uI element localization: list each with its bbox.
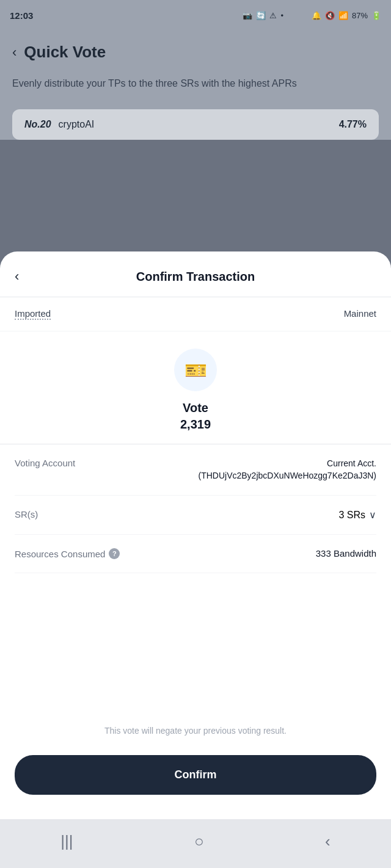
sr-label: SR(s): [15, 509, 38, 519]
confirm-transaction-sheet: ‹ Confirm Transaction Imported Mainnet 🎫…: [0, 251, 391, 868]
voting-account-label: Voting Account: [15, 458, 75, 468]
sr-chevron-icon: ∨: [369, 509, 376, 521]
wallet-label: Imported: [15, 308, 51, 320]
vote-label: Vote: [183, 401, 208, 415]
sr-value[interactable]: 3 SRs ∨: [338, 509, 376, 521]
resources-value: 333 Bandwidth: [316, 548, 376, 559]
warning-text: This vote will negate your previous voti…: [0, 726, 391, 745]
voting-account-row: Voting Account Current Acct.(THDUjVc2By2…: [15, 444, 376, 496]
help-icon[interactable]: ?: [109, 548, 120, 559]
sheet-back-button[interactable]: ‹: [15, 269, 19, 284]
background-page: ‹ Quick Vote Evenly distribute your TPs …: [0, 31, 391, 140]
vote-icon: 🎫: [185, 360, 207, 381]
sheet-header: ‹ Confirm Transaction: [0, 251, 391, 297]
resources-label: Resources Consumed ?: [15, 548, 120, 559]
bg-page-title: Quick Vote: [24, 43, 106, 62]
network-label: Mainnet: [344, 308, 376, 319]
sheet-title: Confirm Transaction: [136, 270, 255, 284]
sr-row[interactable]: SR(s) 3 SRs ∨: [15, 496, 376, 535]
nav-home-icon[interactable]: ○: [194, 832, 204, 851]
details-section: Voting Account Current Acct.(THDUjVc2By2…: [0, 444, 391, 573]
voting-account-value: Current Acct.(THDUjVc2By2jbcDXuNWeHozgg7…: [198, 458, 376, 482]
nav-bar: ||| ○ ‹: [0, 819, 391, 868]
status-time: 12:03: [10, 10, 33, 21]
resources-row: Resources Consumed ? 333 Bandwidth: [15, 535, 376, 573]
bg-sr-name: cryptoAI: [59, 119, 95, 130]
bg-sr-number: No.20: [24, 119, 51, 130]
vote-icon-circle: 🎫: [174, 349, 217, 391]
battery-text: 87%: [352, 11, 368, 20]
confirm-button[interactable]: Confirm: [15, 755, 376, 795]
sr-count: 3 SRs: [338, 510, 365, 521]
vote-icon-area: 🎫 Vote 2,319: [0, 331, 391, 444]
vote-amount: 2,319: [180, 418, 211, 432]
nav-back-icon[interactable]: ‹: [325, 832, 331, 851]
bg-sr-apr: 4.77%: [339, 119, 367, 130]
bg-description: Evenly distribute your TPs to the three …: [12, 76, 379, 91]
nav-recents-icon[interactable]: |||: [60, 832, 73, 851]
bg-back-icon[interactable]: ‹: [12, 45, 16, 60]
status-icons: 📷 🔄 ⚠ • 🔔 🔇 📶 87% 🔋: [243, 11, 381, 20]
bg-sr-card: No.20 cryptoAI 4.77%: [12, 109, 379, 140]
wallet-row: Imported Mainnet: [0, 297, 391, 331]
